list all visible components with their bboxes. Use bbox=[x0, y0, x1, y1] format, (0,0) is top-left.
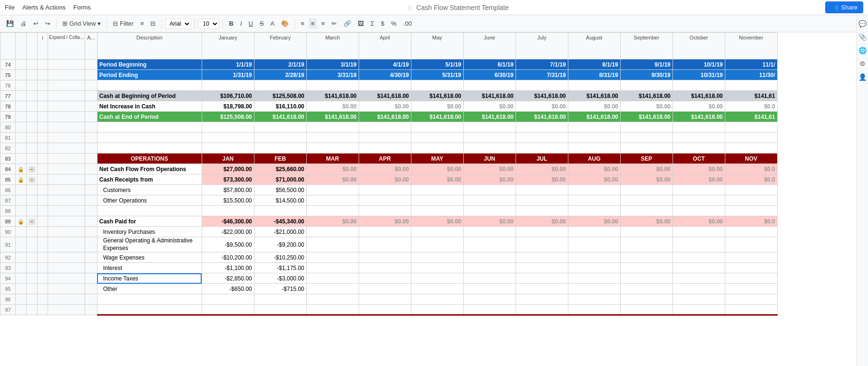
table-row: 96 bbox=[0, 294, 778, 305]
filter-label: Filter bbox=[120, 20, 134, 27]
november-col-header: November bbox=[725, 33, 777, 59]
august-col-header: August bbox=[568, 33, 620, 59]
table-row: 74 Period Beginning 1/1/19 2/1/19 3/1/19… bbox=[0, 59, 778, 70]
info-col-header: i bbox=[37, 33, 48, 59]
title-bar: ☆ Cash Flow Statement Template bbox=[407, 4, 508, 11]
june-col-header: June bbox=[463, 33, 516, 59]
corner-header bbox=[0, 33, 16, 59]
table-row: 97 bbox=[0, 305, 778, 315]
sidebar-attachment-icon[interactable]: 📎 bbox=[858, 33, 867, 41]
divider3 bbox=[161, 19, 162, 29]
collapse-84[interactable]: − bbox=[29, 166, 35, 173]
chevron-down-icon: ▾ bbox=[98, 20, 101, 27]
bold-button[interactable]: B bbox=[226, 19, 235, 29]
menu-alerts[interactable]: Alerts & Actions bbox=[22, 4, 66, 11]
january-col-header: January bbox=[202, 33, 254, 59]
expand-col-header[interactable]: Expand / Colla... bbox=[48, 33, 85, 59]
divider2 bbox=[107, 19, 107, 29]
sidebar-settings-icon[interactable]: ⚙ bbox=[859, 60, 866, 67]
link-icon[interactable]: 🔗 bbox=[341, 19, 353, 29]
table-row: 89 🔒 − Cash Paid for -$46,300.00 -$45,34… bbox=[0, 216, 778, 227]
share-button[interactable]: 👥 Share bbox=[825, 1, 863, 13]
strikethrough-button[interactable]: S bbox=[257, 19, 266, 29]
star-icon[interactable]: ☆ bbox=[407, 4, 413, 11]
may-col-header: May bbox=[411, 33, 463, 59]
highlight-icon[interactable]: ✏ bbox=[329, 19, 339, 29]
formula-icon[interactable]: Σ bbox=[368, 19, 377, 29]
grid-view-label: Grid View bbox=[69, 20, 96, 27]
table-row: 91 General Operating & Administrative Ex… bbox=[0, 237, 778, 252]
decimal-icon[interactable]: .00 bbox=[401, 19, 414, 29]
divider4 bbox=[195, 19, 195, 29]
row-height-icon[interactable]: ≡ bbox=[138, 19, 146, 29]
table-row: 78 Net Increase in Cash $18,798.00 $16,1… bbox=[0, 101, 778, 112]
col-width-icon[interactable]: ⊟ bbox=[148, 19, 158, 29]
divider1 bbox=[56, 19, 57, 29]
table-row: 94 Income Taxes -$2,850.00 -$3,000.00 bbox=[0, 273, 778, 284]
table-row: 90 Inventory Purchases -$22,000.00 -$21,… bbox=[0, 227, 778, 237]
period-beginning-desc: Period Beginning bbox=[97, 59, 202, 70]
table-row: 75 Period Ending 1/31/19 2/28/19 3/31/19… bbox=[0, 70, 778, 80]
sidebar-user-icon[interactable]: 👤 bbox=[858, 73, 867, 81]
table-row: 93 Interest -$1,100.00 -$1,175.00 bbox=[0, 263, 778, 273]
align-right-icon[interactable]: ≡ bbox=[319, 19, 327, 29]
table-row: 76 bbox=[0, 80, 778, 91]
align-left-icon[interactable]: ≡ bbox=[298, 19, 307, 29]
right-sidebar: 💬 📎 🌐 ⚙ 👤 bbox=[857, 15, 868, 366]
menu-forms[interactable]: Forms bbox=[73, 4, 91, 11]
filter-button[interactable]: ⊟ Filter bbox=[110, 19, 136, 29]
row-num-74: 74 bbox=[0, 59, 16, 70]
table-row: 84 🔒 − Net Cash Flow From Operations $27… bbox=[0, 164, 778, 174]
spreadsheet-table: i Expand / Colla... A... Description Jan… bbox=[0, 32, 778, 316]
spreadsheet-title: Cash Flow Statement Template bbox=[416, 4, 508, 11]
menu-file[interactable]: File bbox=[5, 4, 15, 11]
a-col-header: A... bbox=[85, 33, 98, 59]
font-family-select[interactable]: Arial bbox=[165, 19, 191, 29]
table-row: 79 Cash at End of Period $125,508.00 $14… bbox=[0, 112, 778, 122]
ctrl-col-header bbox=[27, 33, 38, 59]
toolbar-undo-icon[interactable]: ↩ bbox=[31, 19, 41, 29]
sidebar-globe-icon[interactable]: 🌐 bbox=[858, 47, 867, 54]
italic-button[interactable]: I bbox=[238, 19, 244, 29]
toolbar-print-icon[interactable]: 🖨 bbox=[18, 19, 29, 29]
april-col-header: April bbox=[359, 33, 411, 59]
toolbar-redo-icon[interactable]: ↪ bbox=[43, 19, 53, 29]
grid-icon: ⊞ bbox=[62, 20, 68, 27]
grid-view-button[interactable]: ⊞ Grid View ▾ bbox=[60, 19, 103, 29]
table-row: 81 bbox=[0, 133, 778, 143]
sidebar-chat-icon[interactable]: 💬 bbox=[858, 20, 867, 28]
period-beginning-jan: 1/1/19 bbox=[202, 59, 254, 70]
october-col-header: October bbox=[673, 33, 725, 59]
toolbar-save-icon[interactable]: 💾 bbox=[4, 19, 16, 29]
table-row: 80 bbox=[0, 122, 778, 133]
currency-icon[interactable]: $ bbox=[379, 19, 387, 29]
sheet-container[interactable]: i Expand / Colla... A... Description Jan… bbox=[0, 32, 868, 366]
share-icon: 👥 bbox=[831, 4, 839, 11]
text-color-icon[interactable]: A bbox=[268, 19, 277, 29]
description-col-header: Description bbox=[97, 33, 202, 59]
divider6 bbox=[294, 19, 295, 29]
top-bar: File Alerts & Actions Forms ☆ Cash Flow … bbox=[0, 0, 868, 15]
collapse-85[interactable]: − bbox=[29, 177, 35, 183]
table-row: 95 Other -$650.00 -$715.00 bbox=[0, 284, 778, 294]
menu-bar: File Alerts & Actions Forms bbox=[5, 4, 91, 11]
table-row: 87 Other Operations $15,500.00 $14,500.0… bbox=[0, 195, 778, 206]
september-col-header: September bbox=[620, 33, 673, 59]
divider5 bbox=[223, 19, 223, 29]
table-row: 85 🔒 − Cash Receipts from $73,300.00 $71… bbox=[0, 174, 778, 185]
july-col-header: July bbox=[516, 33, 568, 59]
font-size-select[interactable]: 10 bbox=[198, 19, 219, 29]
table-row: 88 bbox=[0, 206, 778, 216]
image-icon[interactable]: 🖼 bbox=[355, 19, 366, 29]
underline-button[interactable]: U bbox=[246, 19, 255, 29]
collapse-89[interactable]: − bbox=[29, 219, 35, 225]
toolbar: 💾 🖨 ↩ ↪ ⊞ Grid View ▾ ⊟ Filter ≡ ⊟ Arial… bbox=[0, 15, 868, 32]
table-row: 86 Customers $57,800.00 $56,500.00 bbox=[0, 185, 778, 195]
fill-color-icon[interactable]: 🎨 bbox=[279, 19, 291, 29]
table-row: 92 Wage Expenses -$10,200.00 -$10,250.00 bbox=[0, 252, 778, 263]
table-row: 83 OPERATIONS JAN FEB MAR APR MAY JUN JU… bbox=[0, 154, 778, 164]
align-center-icon[interactable]: ≡ bbox=[309, 19, 317, 29]
percent-icon[interactable]: % bbox=[389, 19, 399, 29]
february-col-header: February bbox=[254, 33, 306, 59]
filter-icon: ⊟ bbox=[113, 20, 118, 27]
